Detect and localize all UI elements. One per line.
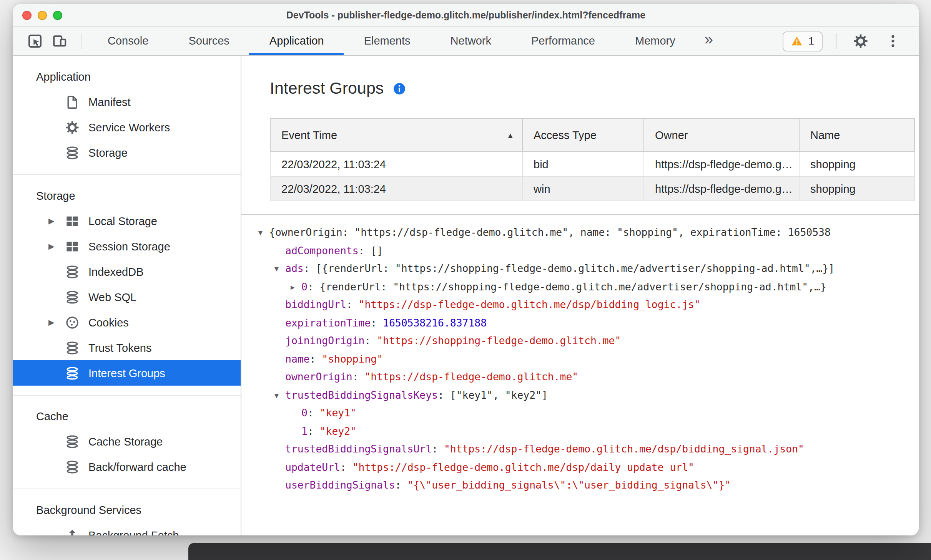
panel-tabs: ConsoleSourcesApplicationElementsNetwork…: [88, 27, 695, 55]
sidebar-item-background-fetch[interactable]: Background Fetch: [13, 522, 241, 535]
window-titlebar: DevTools - publisher-fledge-demo.glitch.…: [13, 4, 919, 27]
token-string: "{\"user_bidding_signals\":\"user_biddin…: [407, 479, 731, 491]
tree-row[interactable]: updateUrl: "https://dsp-fledge-demo.glit…: [241, 458, 919, 476]
tab-elements[interactable]: Elements: [344, 27, 431, 55]
tree-row[interactable]: joiningOrigin: "https://shopping-fledge-…: [241, 332, 919, 350]
tree-row[interactable]: userBiddingSignals: "{\"user_bidding_sig…: [241, 476, 919, 494]
sidebar-item-interest-groups[interactable]: Interest Groups: [13, 360, 241, 386]
sidebar-item-service-workers[interactable]: Service Workers: [13, 114, 241, 140]
token-string: "https://dsp-fledge-demo.glitch.me/dsp/d…: [352, 461, 694, 473]
column-header-access-type[interactable]: Access Type: [522, 119, 644, 152]
tab-console[interactable]: Console: [88, 27, 168, 55]
sidebar-item-label: Web SQL: [88, 291, 136, 303]
collapse-arrow-icon[interactable]: ▼: [258, 224, 269, 242]
table-cell: shopping: [799, 152, 914, 176]
page-title: Interest Groups: [270, 79, 384, 98]
column-header-event-time[interactable]: Event Time▲: [270, 119, 522, 152]
close-window-button[interactable]: [22, 11, 32, 20]
token-plain: {ownerOrigin: "https://dsp-fledge-demo.g…: [269, 227, 831, 238]
database-icon: [65, 434, 79, 448]
expand-arrow-icon[interactable]: ▶: [291, 278, 301, 297]
device-toolbar-icon[interactable]: [50, 32, 68, 50]
sidebar-item-web-sql[interactable]: Web SQL: [13, 284, 241, 310]
database-icon: [65, 366, 79, 380]
collapse-arrow-icon[interactable]: ▼: [274, 387, 285, 405]
minimize-window-button[interactable]: [38, 11, 47, 20]
token-plain: :: [346, 299, 359, 310]
collapse-arrow-icon[interactable]: ▼: [274, 260, 285, 278]
table-cell: https://dsp-fledge-demo.glitch.me: [644, 152, 799, 176]
tree-row[interactable]: 1: "key2": [241, 422, 919, 440]
background-dark-bar: [188, 543, 931, 560]
sidebar-item-label: Back/forward cache: [88, 461, 186, 473]
tree-row[interactable]: expirationTime: 1650538216.837188: [241, 314, 919, 332]
token-key: expirationTime: [285, 317, 371, 328]
sidebar-item-cache-storage[interactable]: Cache Storage: [13, 429, 241, 454]
tree-row[interactable]: ▼{ownerOrigin: "https://dsp-fledge-demo.…: [241, 224, 919, 242]
column-header-name[interactable]: Name: [799, 119, 914, 152]
tree-row[interactable]: 0: "key1": [241, 404, 919, 422]
expand-arrow-icon[interactable]: ▶: [48, 217, 65, 225]
tree-row[interactable]: ▼trustedBiddingSignalsKeys: ["key1", "ke…: [241, 386, 919, 404]
database-icon: [65, 341, 79, 355]
tree-row[interactable]: ▼ads: [{renderUrl: "https://shopping-fle…: [241, 260, 919, 278]
sidebar-item-label: Local Storage: [88, 215, 157, 227]
tree-row[interactable]: ownerOrigin: "https://dsp-fledge-demo.gl…: [241, 368, 919, 386]
tree-row[interactable]: trustedBiddingSignalsUrl: "https://dsp-f…: [241, 440, 919, 458]
tab-application[interactable]: Application: [249, 27, 344, 55]
tab-performance[interactable]: Performance: [511, 27, 615, 55]
sidebar-section-application: ApplicationManifestService WorkersStorag…: [13, 64, 241, 174]
tab-memory[interactable]: Memory: [615, 27, 695, 55]
token-key: trustedBiddingSignalsUrl: [285, 443, 432, 455]
sidebar-item-manifest[interactable]: Manifest: [13, 89, 241, 114]
table-icon: [65, 214, 79, 228]
sidebar-item-trust-tokens[interactable]: Trust Tokens: [13, 335, 241, 360]
token-plain: {renderUrl: "https://shopping-fledge-dem…: [320, 281, 826, 292]
warning-count: 1: [808, 35, 814, 47]
token-key: ads: [285, 263, 304, 274]
token-string: "key2": [320, 425, 356, 437]
table-cell: 22/03/2022, 11:03:24: [270, 176, 522, 201]
token-plain: :: [308, 281, 320, 292]
table-icon: [65, 239, 79, 253]
database-icon: [65, 290, 79, 304]
column-header-owner[interactable]: Owner: [644, 119, 799, 152]
zoom-window-button[interactable]: [53, 11, 62, 20]
tree-row[interactable]: ▶0: {renderUrl: "https://shopping-fledge…: [241, 278, 919, 296]
sidebar-item-indexeddb[interactable]: IndexedDB: [13, 259, 241, 284]
expand-arrow-icon[interactable]: ▶: [48, 318, 65, 326]
interest-groups-panel: Interest Groups Event Time▲Access TypeOw…: [241, 56, 919, 535]
table-row[interactable]: 22/03/2022, 11:03:24winhttps://dsp-fledg…: [270, 176, 914, 201]
sidebar-item-storage[interactable]: Storage: [13, 140, 241, 165]
token-string: "key1": [320, 407, 356, 419]
sidebar-item-label: Service Workers: [88, 121, 170, 133]
tab-sources[interactable]: Sources: [168, 27, 249, 55]
database-icon: [65, 460, 79, 474]
token-key: 0: [301, 281, 308, 292]
sidebar-item-label: IndexedDB: [88, 265, 144, 278]
expand-arrow-icon[interactable]: ▶: [48, 242, 65, 250]
sidebar-item-back-forward-cache[interactable]: Back/forward cache: [13, 454, 241, 479]
token-key: adComponents: [285, 245, 359, 256]
inspect-element-icon[interactable]: [25, 32, 44, 50]
upload-icon: [65, 528, 79, 535]
sidebar-item-local-storage[interactable]: ▶Local Storage: [13, 208, 241, 234]
token-string: "https://dsp-fledge-demo.glitch.me/dsp/b…: [359, 299, 700, 310]
devtools-toolbar: ConsoleSourcesApplicationElementsNetwork…: [13, 27, 919, 56]
sidebar-item-session-storage[interactable]: ▶Session Storage: [13, 234, 241, 259]
tree-row[interactable]: adComponents: []: [241, 242, 919, 260]
sidebar-section-title: Cache: [13, 403, 241, 429]
settings-gear-icon[interactable]: [851, 32, 869, 50]
info-icon[interactable]: [393, 82, 406, 95]
token-key: 0: [301, 407, 308, 419]
issues-warning-badge[interactable]: 1: [783, 31, 823, 51]
token-string: "https://dsp-fledge-demo.glitch.me": [364, 371, 578, 383]
more-tabs-chevron[interactable]: »: [695, 31, 722, 51]
table-row[interactable]: 22/03/2022, 11:03:24bidhttps://dsp-fledg…: [270, 152, 914, 176]
tree-row[interactable]: name: "shopping": [241, 350, 919, 368]
tree-row[interactable]: biddingUrl: "https://dsp-fledge-demo.gli…: [241, 296, 919, 314]
more-options-icon[interactable]: [883, 32, 902, 50]
traffic-lights: [22, 4, 62, 27]
tab-network[interactable]: Network: [431, 27, 511, 55]
sidebar-item-cookies[interactable]: ▶Cookies: [13, 310, 241, 335]
